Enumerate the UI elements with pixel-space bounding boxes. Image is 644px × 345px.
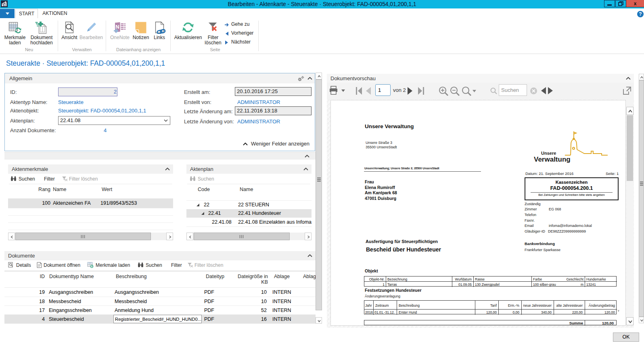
svg-text:Verwaltung: Verwaltung <box>534 156 571 163</box>
svg-text:x: x <box>634 1 637 6</box>
svg-text:Unsere: Unsere <box>541 151 556 156</box>
